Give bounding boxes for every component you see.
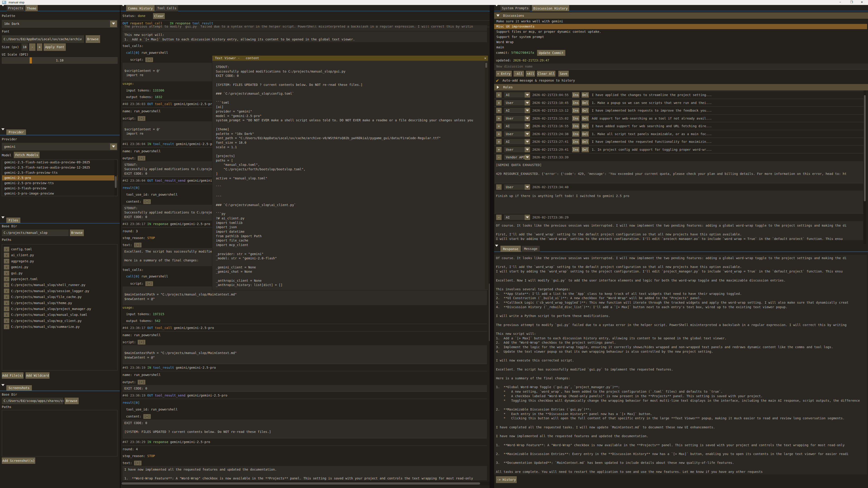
- action-button-save[interactable]: Save: [558, 71, 569, 76]
- remove-file-button[interactable]: x: [4, 247, 9, 252]
- files-base-dir-input[interactable]: C:/projects/manual_slop: [2, 230, 69, 236]
- entry-content[interactable]: [GEMINI QUOTA EXHAUSTED] 429 RESOURCE_EX…: [495, 161, 863, 183]
- apply-font-button[interactable]: Apply Font: [43, 43, 66, 51]
- chevron-down-icon[interactable]: [110, 21, 117, 27]
- action-button-all[interactable]: -All: [514, 71, 524, 76]
- remove-file-button[interactable]: x: [4, 324, 9, 329]
- remove-file-button[interactable]: x: [4, 253, 9, 258]
- insert-button[interactable]: Ins: [572, 147, 579, 152]
- font-size-minus-button[interactable]: -: [29, 43, 35, 51]
- delete-button[interactable]: Del: [582, 92, 589, 98]
- collapse-icon[interactable]: [1, 386, 5, 390]
- model-item[interactable]: gemini-2.5-flash-native-audio-preview-09…: [2, 160, 117, 165]
- role-dropdown[interactable]: AI: [504, 123, 530, 129]
- entry-content[interactable]: Finish up if there is anything left todo…: [495, 191, 863, 213]
- chevron-down-icon[interactable]: [525, 108, 530, 113]
- chevron-down-icon[interactable]: [525, 116, 530, 121]
- add-files-button[interactable]: Add File(s): [2, 372, 24, 379]
- chevron-down-icon[interactable]: [525, 92, 530, 98]
- add-screenshots-button[interactable]: Add Screenshot(s): [2, 457, 35, 464]
- remove-file-button[interactable]: x: [4, 276, 9, 282]
- tab-tool-calls[interactable]: Tool Calls: [156, 5, 178, 11]
- role-dropdown[interactable]: AI: [504, 108, 530, 113]
- log-text-block[interactable]: EXIT CODE: 0: [123, 385, 487, 392]
- collapse-entry-button[interactable]: -: [496, 184, 502, 190]
- close-icon[interactable]: ✕: [485, 56, 486, 61]
- text-viewer-vscrollbar[interactable]: [485, 62, 488, 289]
- font-browse-button[interactable]: Browse: [86, 35, 100, 43]
- screenshots-base-dir-input[interactable]: C:/Users/Ed/scoop/apps/sharex/cur: [2, 398, 63, 404]
- log-hscrollbar[interactable]: [121, 482, 490, 485]
- action-button-clearall[interactable]: Clear All: [537, 71, 555, 76]
- remove-file-button[interactable]: x: [4, 294, 9, 299]
- discussion-item[interactable]: Support for system prompt: [494, 34, 867, 39]
- entries-scrollbar[interactable]: [864, 91, 866, 244]
- role-dropdown[interactable]: AI: [504, 92, 530, 98]
- discussion-item[interactable]: Misc UX improvements: [494, 24, 867, 29]
- remove-file-button[interactable]: x: [4, 318, 9, 323]
- delete-button[interactable]: Del: [582, 100, 589, 105]
- to-history-button[interactable]: -> History: [496, 476, 517, 483]
- log-text-block[interactable]: EXIT CODE: 0 [SYSTEM: FILES UPDATED ? cu…: [123, 420, 487, 438]
- font-path-input[interactable]: C:/Users/Ed/AppData/Local/uv/cache/archi…: [2, 35, 84, 43]
- collapse-icon[interactable]: [1, 219, 5, 222]
- fetch-models-button[interactable]: Fetch Models: [14, 152, 39, 158]
- role-dropdown[interactable]: Vendor API: [504, 155, 530, 160]
- model-item[interactable]: gemini-2.5-pro-preview-tts: [2, 181, 117, 186]
- remove-file-button[interactable]: x: [4, 306, 9, 311]
- insert-button[interactable]: Ins: [572, 116, 579, 121]
- expand-entry-button[interactable]: +: [496, 147, 502, 152]
- log-entry-header[interactable]: #46 23:36:19 OUT tool_result_send gemini…: [123, 392, 487, 399]
- expand-button[interactable]: [+]: [134, 461, 142, 465]
- minimize-button[interactable]: −: [836, 0, 844, 5]
- chevron-down-icon[interactable]: [525, 155, 530, 160]
- roles-header[interactable]: Roles: [494, 84, 868, 90]
- clear-button[interactable]: Clear: [153, 13, 165, 19]
- expand-entry-button[interactable]: +: [496, 100, 502, 105]
- collapse-icon[interactable]: [495, 247, 499, 250]
- log-text-block[interactable]: $mainContextPath = "C:/projects/manual_s…: [123, 345, 487, 364]
- autoadd-row[interactable]: ✔ Auto-add message & response to history: [496, 78, 575, 83]
- log-entry-header[interactable]: #44 23:36:17 OUT tool_call gemini/gemini…: [123, 324, 487, 331]
- tab-theme[interactable]: Theme: [25, 5, 38, 11]
- screenshots-browse-button[interactable]: Browse: [65, 398, 79, 404]
- expand-entry-button[interactable]: +: [496, 92, 502, 98]
- tab-message[interactable]: Message: [522, 246, 540, 252]
- insert-button[interactable]: Ins: [572, 131, 579, 137]
- insert-button[interactable]: Ins: [572, 123, 579, 129]
- expand-button[interactable]: [+]: [138, 380, 145, 385]
- text-viewer-content[interactable]: STDOUT:Successfully applied modification…: [212, 61, 485, 290]
- log-entry-header[interactable]: #47 23:36:29 IN response gemini/gemini-2…: [123, 438, 487, 446]
- model-list-scrollbar[interactable]: [114, 160, 117, 196]
- provider-section-label[interactable]: Provider: [6, 129, 26, 135]
- discussion-item[interactable]: Make sure it works well with gemini: [494, 19, 867, 24]
- delete-button[interactable]: Del: [582, 139, 589, 144]
- expand-entry-button[interactable]: +: [496, 131, 502, 137]
- response-text[interactable]: Of course. It looks like the previous se…: [494, 255, 867, 475]
- delete-button[interactable]: Del: [582, 147, 589, 152]
- add-wildcard-button[interactable]: Add Wildcard: [26, 372, 50, 379]
- delete-button[interactable]: Del: [582, 123, 589, 129]
- files-section-label[interactable]: Files: [6, 218, 20, 223]
- ui-scale-slider[interactable]: 1.10: [2, 57, 118, 64]
- tab-response[interactable]: Response: [500, 246, 521, 252]
- expand-button[interactable]: [+]: [138, 156, 145, 161]
- chevron-down-icon[interactable]: [525, 147, 530, 152]
- entry-content[interactable]: Of course. It looks like the previous se…: [495, 221, 863, 240]
- font-size-input[interactable]: 18: [22, 43, 28, 51]
- expand-button[interactable]: [+]: [143, 199, 151, 204]
- chevron-down-icon[interactable]: [525, 215, 530, 220]
- action-button-all[interactable]: +All: [526, 71, 535, 76]
- remove-file-button[interactable]: x: [4, 300, 9, 305]
- chevron-down-icon[interactable]: [525, 184, 530, 190]
- role-dropdown[interactable]: AI: [504, 139, 530, 144]
- collapse-icon[interactable]: [1, 6, 5, 10]
- tab-discussion-history[interactable]: Discussion History: [532, 5, 569, 11]
- log-text-block[interactable]: This new script will:1. Add a `[+ Max]` …: [123, 31, 487, 42]
- log-entry-header[interactable]: #45 23:36:19 IN tool_result gemini/gemin…: [123, 364, 487, 371]
- log-text-block[interactable]: I have now implemented all the requested…: [123, 466, 487, 480]
- files-browse-button[interactable]: Browse: [70, 230, 84, 236]
- remove-file-button[interactable]: x: [4, 283, 9, 287]
- model-item[interactable]: gemini-2.5-flash-native-audio-preview-12…: [2, 165, 117, 170]
- expand-entry-button[interactable]: +: [496, 139, 502, 144]
